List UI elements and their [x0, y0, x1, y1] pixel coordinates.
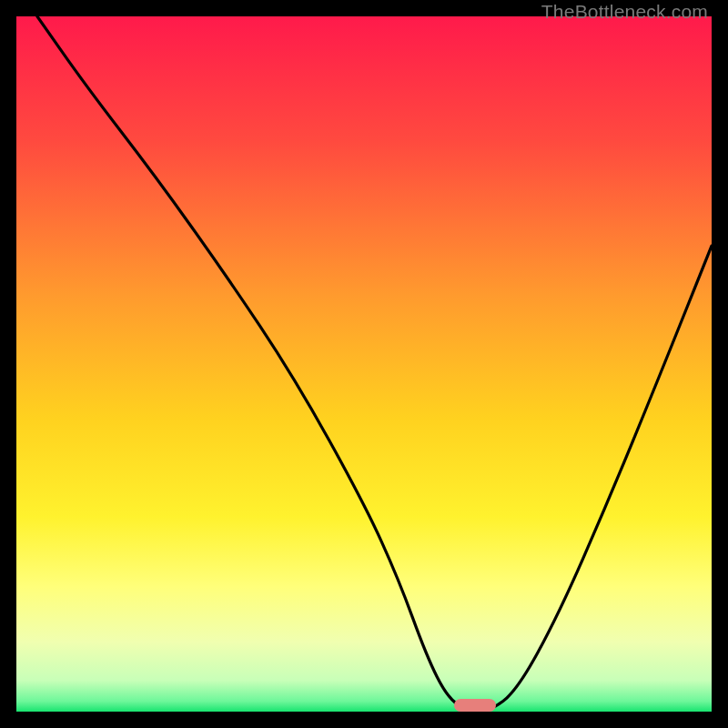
optimal-range-marker	[454, 699, 496, 712]
plot-area	[16, 16, 712, 712]
watermark-text: TheBottleneck.com	[541, 1, 708, 23]
chart-frame: TheBottleneck.com	[0, 0, 728, 728]
bottleneck-curve	[16, 16, 712, 712]
